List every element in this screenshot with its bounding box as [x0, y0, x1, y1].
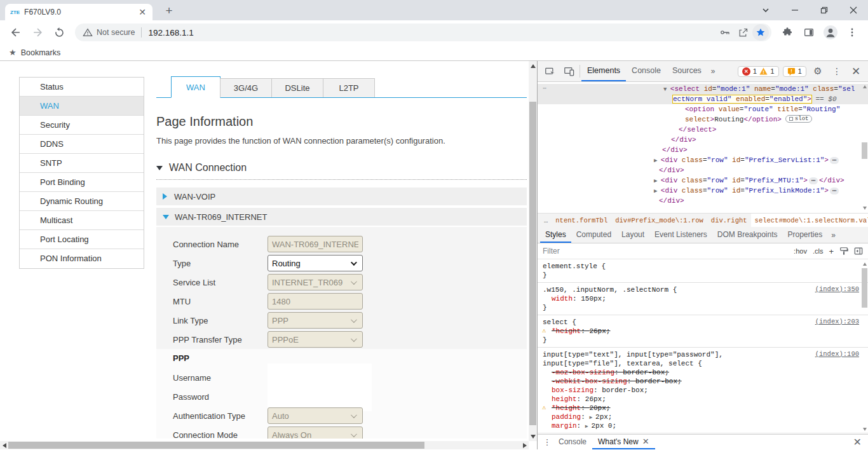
scroll-left-arrow[interactable] — [0, 441, 8, 449]
breadcrumb-item[interactable]: ntent.formTbl — [552, 214, 611, 228]
devtools-tab-sources[interactable]: Sources — [667, 61, 707, 81]
devtools-close-icon[interactable]: ✕ — [846, 65, 865, 78]
new-tab-button[interactable]: + — [160, 3, 178, 19]
tab-close-icon[interactable]: ✕ — [137, 7, 147, 17]
css-declaration[interactable]: width: 150px; — [543, 294, 859, 303]
back-icon[interactable] — [7, 24, 25, 41]
styles-tab-computed[interactable]: Computed — [571, 227, 616, 243]
bookmarks-label[interactable]: Bookmarks — [21, 48, 61, 57]
stylesheet-source-link[interactable]: (index):350 — [815, 285, 859, 293]
dom-tree-line[interactable]: </div> — [538, 196, 868, 206]
scroll-right-arrow[interactable] — [520, 441, 529, 449]
page-tab-l2tp[interactable]: L2TP — [323, 78, 375, 97]
dom-tree-line[interactable]: </div> — [538, 165, 868, 175]
username-input[interactable] — [268, 369, 363, 386]
inline-expand-button[interactable]: ⋯ — [830, 157, 839, 164]
issues-badge[interactable]: ! 1 — [783, 66, 806, 77]
console-status-badges[interactable]: ✕ 1 ! 1 — [738, 66, 779, 77]
breadcrumb-item[interactable]: … — [540, 214, 552, 228]
sidebar-item-status[interactable]: Status — [20, 78, 144, 97]
new-style-rule-button[interactable]: + — [829, 247, 834, 256]
breadcrumb-item[interactable]: div#Prefix_mode\:1.row — [611, 214, 707, 228]
styles-tab-properties[interactable]: Properties — [783, 227, 828, 243]
devtools-tab-elements[interactable]: Elements — [581, 61, 626, 81]
page-tab-wan[interactable]: WAN — [171, 76, 220, 98]
drawer-close-icon[interactable]: ✕ — [853, 435, 864, 449]
css-declaration[interactable]: ⚠*height: 20px; — [543, 404, 859, 412]
dom-tree-line[interactable]: select>Routing</option>slot — [538, 114, 868, 125]
css-declaration[interactable]: padding: ▶ 2px; — [543, 412, 859, 421]
url-text[interactable]: 192.168.1.1 — [148, 28, 715, 38]
side-panel-icon[interactable] — [800, 24, 818, 41]
scroll-up-arrow[interactable] — [529, 61, 537, 71]
password-input[interactable] — [268, 388, 363, 405]
styles-tab-dom-breakpoints[interactable]: DOM Breakpoints — [712, 227, 783, 243]
styles-pane[interactable]: element.style {}.w150, .inputNorm, .sele… — [538, 259, 868, 434]
devtools-tab-console[interactable]: Console — [626, 61, 667, 81]
address-bar[interactable]: Not secure 192.168.1.1 — [75, 24, 771, 41]
drawer-tab-console[interactable]: Console — [553, 435, 592, 449]
more-tabs-chevron[interactable]: » — [707, 61, 719, 81]
devtools-menu-kebab-icon[interactable]: ⋮ — [827, 66, 846, 76]
device-toolbar-icon[interactable] — [559, 61, 578, 81]
css-declaration[interactable]: height: 26px; — [543, 395, 859, 404]
breadcrumb-item[interactable]: select#mode\:1.selectNorm.valid — [751, 214, 868, 228]
css-declaration[interactable]: box-sizing: border-box; — [543, 386, 859, 395]
sidebar-item-sntp[interactable]: SNTP — [20, 154, 144, 173]
horizontal-scroll-thumb[interactable] — [8, 442, 424, 449]
stylesheet-source-link[interactable]: (index):190 — [815, 350, 859, 358]
dom-tree-line[interactable]: <option value="route" title="Routing" — [538, 104, 868, 114]
css-declaration[interactable]: -moz-box-sizing: border-box; — [543, 368, 859, 377]
tab-search-chevron-icon[interactable] — [751, 0, 780, 20]
css-rule[interactable]: .w150, .inputNorm, .selectNorm {(index):… — [538, 283, 868, 315]
paint-format-icon[interactable] — [839, 247, 848, 256]
inspect-element-icon[interactable] — [540, 61, 559, 81]
inline-expand-button[interactable]: ⋯ — [809, 177, 818, 184]
page-tab-dslite[interactable]: DSLite — [271, 78, 323, 97]
stylesheet-source-link[interactable]: (index):203 — [815, 318, 859, 325]
devtools-settings-gear-icon[interactable]: ⚙ — [808, 65, 827, 77]
elements-scroll-thumb[interactable] — [862, 142, 867, 159]
dom-tree-line[interactable]: </div> — [538, 145, 868, 155]
hidden-nodes-ellipsis[interactable]: ⋯ — [543, 85, 546, 92]
dom-tree-line[interactable]: ectNorm valid" enabled="enabled"> == $0 — [538, 94, 868, 104]
password-key-icon[interactable] — [717, 24, 733, 41]
scroll-down-arrow[interactable] — [529, 432, 537, 441]
dom-tree-line[interactable]: ▶ <div class="row" id="Prefix_linkMode:1… — [538, 186, 868, 196]
styles-filter-input[interactable]: Filter — [543, 247, 788, 256]
dom-tree-line[interactable]: ▶ <div class="row" id="Prefix_ServList:1… — [538, 155, 868, 165]
window-close-button[interactable] — [839, 0, 868, 20]
page-tab-3g-4g[interactable]: 3G/4G — [220, 78, 272, 97]
styles-scroll-thumb[interactable] — [862, 268, 867, 308]
sidebar-item-multicast[interactable]: Multicast — [20, 211, 144, 230]
dom-tree-line[interactable]: ▼ <select id="mode:1" name="mode:1" clas… — [538, 84, 868, 94]
wan-connection-section-header[interactable]: WAN Connection — [156, 162, 527, 174]
sidebar-item-dynamic-routing[interactable]: Dynamic Routing — [20, 192, 144, 211]
styles-scrollbar[interactable] — [861, 259, 868, 434]
window-minimize-button[interactable] — [780, 0, 810, 20]
css-rule[interactable]: select {(index):203⚠*height: 26px;} — [538, 315, 868, 348]
browser-tab[interactable]: ZTE F670LV9.0 ✕ — [5, 4, 153, 20]
sidebar-item-port-locating[interactable]: Port Locating — [20, 230, 144, 249]
drawer-tab-whats-new[interactable]: What's New ✕ — [592, 435, 655, 449]
css-declaration[interactable]: ⚠*height: 26px; — [543, 327, 859, 336]
styles-more-tabs-chevron[interactable]: » — [827, 227, 839, 243]
styles-tab-styles[interactable]: Styles — [540, 227, 571, 243]
styles-tab-layout[interactable]: Layout — [616, 227, 649, 243]
dom-tree-line[interactable]: ▶ <div class="row" id="Prefix_MTU:1">⋯</… — [538, 175, 868, 186]
elements-tree[interactable]: ⋯ ▼ <select id="mode:1" name="mode:1" cl… — [538, 82, 868, 213]
slot-badge[interactable]: slot — [785, 115, 813, 123]
breadcrumb-item[interactable]: div.right — [707, 214, 751, 228]
drawer-menu-kebab-icon[interactable]: ⋮ — [541, 435, 553, 449]
dom-tree-line[interactable]: </div> — [538, 135, 868, 145]
bookmark-star-icon[interactable] — [752, 24, 769, 41]
type-select[interactable]: Routing — [268, 255, 363, 271]
security-label[interactable]: Not secure — [97, 28, 135, 37]
css-declaration[interactable]: margin: ▶ 2px 0; — [543, 421, 859, 430]
css-rule[interactable]: element.style {} — [538, 259, 868, 283]
refresh-icon[interactable] — [50, 24, 68, 41]
share-icon[interactable] — [735, 24, 751, 41]
expand-shorthand-icon[interactable]: ▶ — [585, 423, 592, 429]
drawer-tab-close-icon[interactable]: ✕ — [642, 437, 649, 446]
accordion-wan-tr069-internet[interactable]: WAN-TR069_INTERNET — [156, 208, 527, 226]
